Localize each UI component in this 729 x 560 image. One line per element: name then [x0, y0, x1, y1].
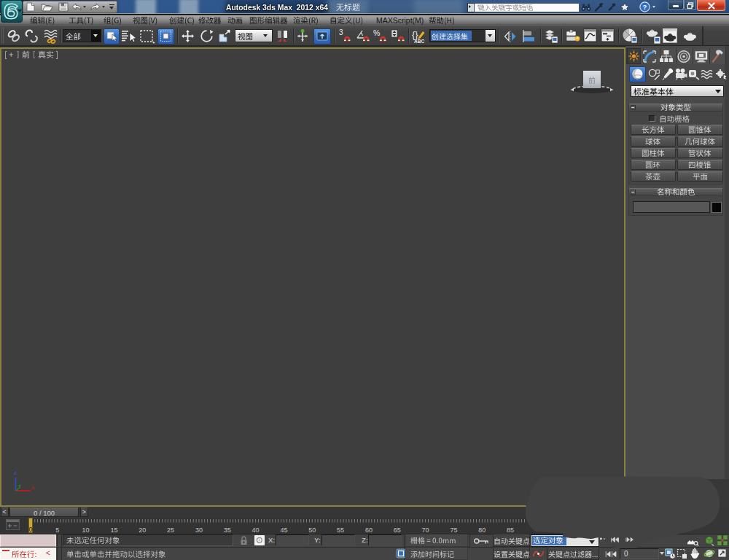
svg-text:%: % — [373, 28, 380, 37]
svg-text:65: 65 — [394, 526, 401, 534]
svg-text:50: 50 — [308, 526, 316, 534]
svg-text:25: 25 — [167, 526, 174, 534]
svg-text:55: 55 — [337, 526, 344, 534]
svg-text:15: 15 — [110, 526, 117, 534]
svg-text:10: 10 — [82, 526, 90, 534]
svg-text:30: 30 — [195, 526, 203, 534]
svg-text:80: 80 — [478, 526, 486, 534]
svg-text:75: 75 — [450, 526, 457, 534]
svg-text:20: 20 — [139, 526, 146, 534]
svg-text:5: 5 — [55, 526, 59, 534]
svg-text:45: 45 — [280, 526, 287, 534]
svg-text:ABC: ABC — [414, 39, 424, 44]
svg-text:z: z — [14, 470, 17, 476]
svg-text:0: 0 — [28, 526, 32, 533]
svg-text:0 / 100: 0 / 100 — [34, 509, 55, 517]
svg-text:X:: X: — [268, 536, 276, 544]
svg-text:35: 35 — [224, 526, 231, 534]
svg-text:Y:: Y: — [314, 536, 321, 544]
svg-text:3: 3 — [339, 28, 343, 36]
svg-text:?: ? — [643, 3, 647, 11]
svg-text:40: 40 — [252, 526, 260, 534]
svg-text:Z:: Z: — [362, 536, 368, 544]
svg-text:x: x — [31, 484, 34, 491]
svg-text:70: 70 — [421, 526, 429, 534]
svg-text:60: 60 — [365, 526, 373, 534]
